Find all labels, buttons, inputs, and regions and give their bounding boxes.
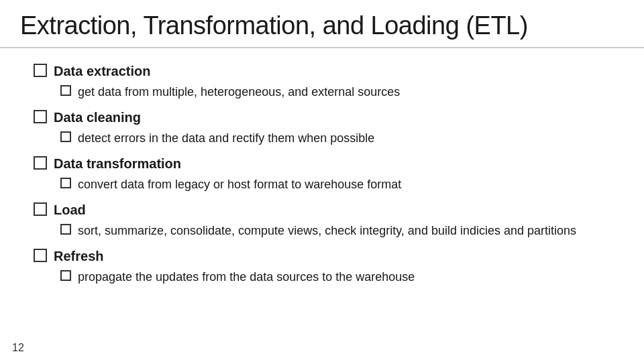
- bullet-icon: [60, 85, 71, 96]
- bullet-icon: [34, 156, 47, 170]
- list-item: get data from multiple, heterogeneous, a…: [34, 83, 624, 101]
- list-item: Data cleaning: [34, 108, 624, 127]
- item-text: propagate the updates from the data sour…: [78, 268, 415, 286]
- list-item: Refresh: [34, 247, 624, 265]
- section-label: Load: [54, 200, 86, 219]
- item-text: get data from multiple, heterogeneous, a…: [78, 83, 400, 101]
- list-item: Load: [34, 200, 624, 219]
- content-area: Data extraction get data from multiple, …: [0, 48, 644, 294]
- bullet-icon: [60, 270, 71, 281]
- bullet-icon: [34, 202, 47, 216]
- title-bar: Extraction, Transformation, and Loading …: [0, 0, 644, 48]
- bullet-icon: [60, 178, 71, 188]
- item-text: convert data from legacy or host format …: [78, 176, 401, 194]
- list-item: Data transformation: [34, 154, 624, 173]
- page-number: 12: [12, 342, 24, 354]
- slide-title: Extraction, Transformation, and Loading …: [20, 12, 624, 40]
- slide: Extraction, Transformation, and Loading …: [0, 0, 644, 362]
- list-item: sort, summarize, consolidate, compute vi…: [34, 222, 624, 240]
- list-item: detect errors in the data and rectify th…: [34, 129, 624, 147]
- section-label: Data extraction: [54, 62, 151, 80]
- list-item: Data extraction: [34, 62, 624, 80]
- list-item: convert data from legacy or host format …: [34, 176, 624, 194]
- bullet-icon: [34, 110, 47, 123]
- item-text: sort, summarize, consolidate, compute vi…: [78, 222, 576, 240]
- list-item: propagate the updates from the data sour…: [34, 268, 624, 286]
- section-label: Data transformation: [54, 154, 181, 173]
- bullet-icon: [60, 131, 71, 142]
- section-label: Refresh: [54, 247, 103, 265]
- bullet-icon: [60, 224, 71, 235]
- bullet-icon: [34, 249, 47, 262]
- section-label: Data cleaning: [54, 108, 141, 127]
- item-text: detect errors in the data and rectify th…: [78, 129, 374, 147]
- bullet-icon: [34, 64, 47, 77]
